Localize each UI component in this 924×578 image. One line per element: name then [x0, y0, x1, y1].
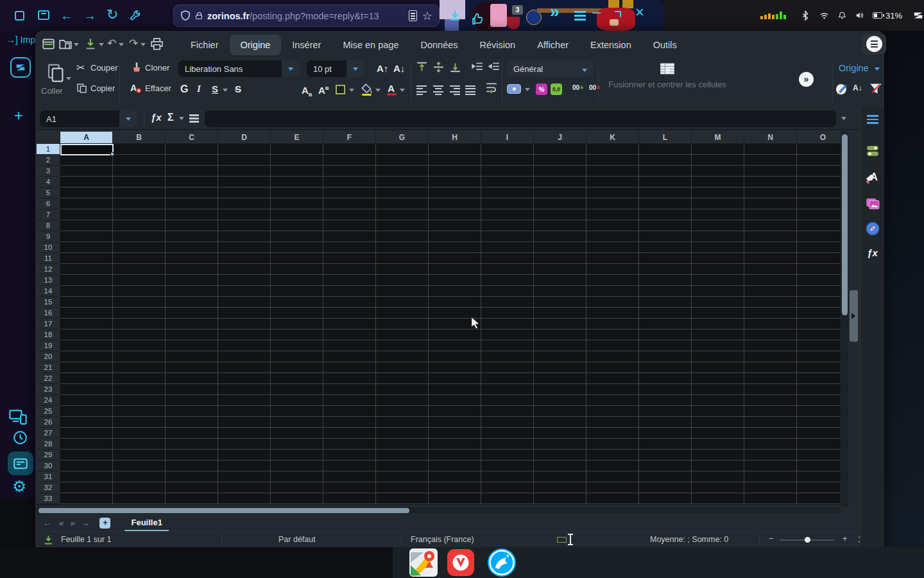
clear-filter-icon[interactable] — [869, 82, 882, 95]
tab-fichier[interactable]: Fichier — [180, 35, 230, 55]
last-sheet-icon[interactable]: → — [81, 518, 89, 528]
row-header-24[interactable]: 24 — [37, 395, 60, 406]
increase-decimal-button[interactable]: 00+ — [572, 83, 584, 91]
next-sheet-icon[interactable]: » — [70, 518, 74, 528]
more-tools-button[interactable]: » — [799, 72, 814, 87]
tab-extension[interactable]: Extension — [579, 35, 642, 55]
thumbs-up-icon[interactable] — [470, 12, 484, 26]
expand-formula-bar-caret[interactable] — [841, 117, 846, 120]
row-header-21[interactable]: 21 — [37, 362, 60, 373]
archive-icon[interactable] — [38, 10, 49, 20]
url-bar[interactable]: zorinos.fr/posting.php?mode=reply&t=13 ☆ — [173, 4, 440, 27]
window-close-icon[interactable]: × — [635, 6, 644, 19]
row-header-23[interactable]: 23 — [37, 384, 60, 395]
horizontal-scrollbar[interactable] — [37, 507, 841, 514]
row-header-5[interactable]: 5 — [37, 188, 60, 198]
zoom-slider-knob[interactable] — [805, 537, 810, 543]
row-header-31[interactable]: 31 — [37, 471, 60, 482]
decrease-font-icon[interactable]: A↓ — [393, 63, 405, 74]
row-header-20[interactable]: 20 — [37, 351, 60, 362]
align-justify-button[interactable] — [465, 83, 475, 95]
increase-indent-icon[interactable] — [472, 62, 483, 73]
strikethrough-button[interactable]: S — [235, 83, 241, 94]
row-headers[interactable]: 1234567891011121314151617181920212223242… — [37, 144, 60, 504]
borders-button[interactable] — [336, 85, 345, 94]
image-settings-icon[interactable] — [866, 197, 880, 210]
font-color-caret[interactable] — [400, 89, 405, 92]
download-icon[interactable] — [448, 9, 462, 23]
selection-mode-icon[interactable] — [557, 537, 567, 543]
vertical-scrollbar-thumb[interactable] — [842, 134, 848, 315]
align-right-button[interactable] — [450, 83, 460, 95]
tab-overview-icon[interactable] — [15, 11, 24, 21]
row-header-10[interactable]: 10 — [37, 242, 60, 253]
devices-icon[interactable] — [9, 408, 27, 425]
column-header-G[interactable]: G — [376, 132, 429, 144]
view-mode[interactable]: Par défaut — [278, 535, 316, 544]
history-clock-icon[interactable] — [13, 430, 28, 445]
align-left-button[interactable] — [416, 83, 427, 95]
volume-icon[interactable] — [855, 10, 864, 21]
zorin-menu-icon[interactable] — [912, 8, 924, 23]
row-header-8[interactable]: 8 — [37, 220, 60, 231]
row-header-15[interactable]: 15 — [37, 297, 60, 308]
account-menu-button[interactable] — [862, 33, 886, 55]
row-header-28[interactable]: 28 — [37, 439, 60, 450]
wifi-icon[interactable] — [819, 10, 829, 21]
row-header-25[interactable]: 25 — [37, 406, 60, 417]
redo-icon[interactable]: ↷ — [129, 37, 138, 50]
column-header-C[interactable]: C — [166, 132, 218, 144]
clone-button[interactable]: Cloner — [145, 63, 169, 73]
save-download-icon[interactable] — [85, 38, 96, 50]
column-header-H[interactable]: H — [429, 132, 481, 144]
row-header-1[interactable]: 1 — [37, 144, 60, 155]
row-header-13[interactable]: 13 — [37, 275, 60, 286]
paste-caret[interactable] — [66, 77, 71, 80]
tab-données[interactable]: Données — [409, 35, 468, 55]
row-header-7[interactable]: 7 — [37, 209, 60, 220]
status-download-icon[interactable] — [44, 535, 53, 545]
clear-button[interactable]: Effacer — [145, 83, 171, 93]
subscript-button[interactable]: AB — [302, 85, 312, 98]
decrease-indent-icon[interactable] — [488, 62, 500, 73]
percent-style-button[interactable]: % — [536, 83, 547, 95]
column-header-J[interactable]: J — [534, 132, 586, 144]
row-header-18[interactable]: 18 — [37, 329, 60, 340]
row-header-16[interactable]: 16 — [37, 308, 60, 319]
number-format-select[interactable]: Général — [507, 60, 594, 77]
paste-button[interactable]: Coller — [41, 86, 63, 96]
insert-function-icon[interactable]: ƒx — [151, 112, 162, 123]
accounting-style-button[interactable] — [507, 84, 521, 94]
row-header-32[interactable]: 32 — [37, 482, 60, 493]
fill-color-caret[interactable] — [375, 89, 381, 92]
row-header-17[interactable]: 17 — [37, 319, 60, 329]
column-header-F[interactable]: F — [323, 132, 376, 144]
open-file-caret[interactable] — [74, 43, 79, 46]
row-header-14[interactable]: 14 — [37, 286, 60, 297]
forward-icon[interactable]: → — [83, 9, 96, 22]
row-header-30[interactable]: 30 — [37, 460, 60, 471]
fill-color-button[interactable] — [361, 83, 372, 96]
undo-icon[interactable]: ↶ — [107, 37, 116, 50]
row-header-19[interactable]: 19 — [37, 340, 60, 351]
tools-wrench-icon[interactable] — [130, 10, 141, 22]
function-settings-icon[interactable]: ƒx — [860, 247, 884, 258]
window-restore-icon[interactable] — [614, 11, 621, 18]
column-header-N[interactable]: N — [744, 132, 797, 144]
bookmark-star-icon[interactable]: ☆ — [422, 10, 432, 22]
decrease-decimal-button[interactable]: 00× — [589, 83, 601, 91]
row-header-29[interactable]: 29 — [37, 450, 60, 460]
tab-afficher[interactable]: Afficher — [526, 35, 579, 55]
cut-button[interactable]: Couper — [90, 63, 118, 73]
spreadsheet-grid[interactable]: ABCDEFGHIJKLMNO 123456789101112131415161… — [37, 132, 841, 505]
view-settings-icon[interactable] — [42, 39, 55, 49]
row-header-3[interactable]: 3 — [37, 166, 60, 177]
borders-caret[interactable] — [349, 89, 354, 92]
language-selector[interactable]: Français (France) — [411, 535, 474, 544]
row-header-2[interactable]: 2 — [37, 155, 60, 166]
column-header-D[interactable]: D — [218, 132, 271, 144]
vivaldi-icon[interactable] — [447, 549, 474, 576]
panel-grabber[interactable] — [850, 290, 858, 342]
reader-view-icon[interactable] — [409, 10, 417, 21]
row-header-9[interactable]: 9 — [37, 231, 60, 242]
